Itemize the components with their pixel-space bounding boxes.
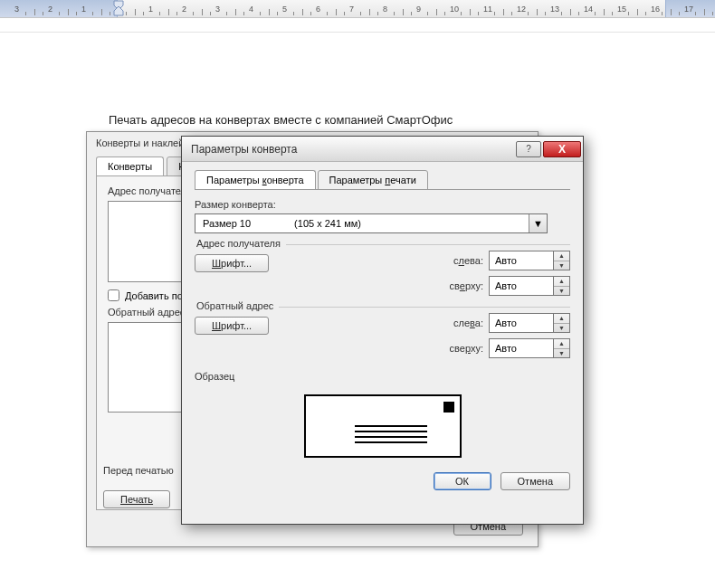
ruler-number: 9: [416, 5, 421, 14]
ruler-number: 10: [450, 5, 459, 14]
return-font-button[interactable]: Шрифт...: [195, 317, 269, 335]
spinner-up-icon[interactable]: ▲: [554, 339, 569, 349]
ruler-number: 1: [81, 5, 86, 14]
cancel-button[interactable]: Отмена: [500, 472, 570, 490]
spinner-down-icon[interactable]: ▼: [554, 349, 569, 358]
ruler-number: 16: [651, 5, 660, 14]
spinner-down-icon[interactable]: ▼: [554, 324, 569, 333]
ruler-number: 12: [517, 5, 526, 14]
return-top-spinner[interactable]: Авто ▲▼: [489, 338, 570, 358]
ruler-number: 2: [182, 5, 186, 14]
spinner-down-icon[interactable]: ▼: [554, 261, 569, 270]
print-button-label: Печать: [120, 494, 153, 505]
return-left-spinner[interactable]: Авто ▲▼: [489, 313, 570, 333]
ruler-number: 6: [316, 5, 320, 14]
tab-envelopes[interactable]: Конверты: [96, 156, 164, 176]
envelope-size-dim: (105 х 241 мм): [258, 218, 529, 229]
stamp-icon: [443, 402, 454, 413]
return-group-label: Обратный адрес: [195, 300, 279, 311]
ruler-number: 8: [383, 5, 387, 14]
recipient-font-button[interactable]: Шрифт...: [195, 254, 269, 272]
ruler-number: 14: [584, 5, 593, 14]
envelope-size-label: Размер конверта:: [195, 199, 570, 210]
ruler-number: 7: [349, 5, 354, 14]
dropdown-arrow-icon: ▼: [529, 214, 547, 232]
document-strip: [0, 18, 715, 33]
add-postage-checkbox[interactable]: [108, 289, 119, 301]
recipient-top-value: Авто: [489, 276, 554, 296]
address-lines-icon: [355, 425, 427, 447]
titlebar[interactable]: Параметры конверта ? X: [182, 137, 583, 162]
ruler-number: 3: [215, 5, 220, 14]
dialog-title: Параметры конверта: [191, 143, 514, 156]
recipient-group-label: Адрес получателя: [195, 238, 286, 249]
envelope-preview: [304, 394, 462, 458]
envelope-size-select[interactable]: Размер 10 (105 х 241 мм) ▼: [195, 213, 548, 233]
ok-button[interactable]: ОК: [434, 472, 491, 490]
tab-envelope-options[interactable]: Параметры конверта: [195, 170, 316, 190]
ruler-number: 15: [617, 5, 626, 14]
document-heading: Печать адресов на конвертах вместе с ком…: [109, 113, 453, 127]
close-button[interactable]: X: [543, 141, 581, 157]
spinner-up-icon[interactable]: ▲: [554, 314, 569, 324]
recipient-left-spinner[interactable]: Авто ▲▼: [489, 251, 570, 270]
ruler-number: 2: [48, 5, 52, 14]
svg-marker-1: [114, 6, 123, 15]
return-top-value: Авто: [489, 338, 554, 358]
horizontal-ruler[interactable]: // ticks drawn after data load below 321…: [0, 0, 715, 18]
print-button[interactable]: Печать: [103, 490, 170, 508]
ruler-number: 11: [483, 5, 492, 14]
envelope-options-dialog: Параметры конверта ? X Параметры конверт…: [181, 136, 584, 525]
indent-marker[interactable]: [113, 0, 124, 16]
tab-printing-options[interactable]: Параметры печати: [318, 170, 428, 190]
help-button[interactable]: ?: [516, 141, 541, 157]
before-print-label: Перед печатью: [103, 465, 174, 476]
spinner-up-icon[interactable]: ▲: [554, 277, 569, 287]
ruler-number: 13: [550, 5, 559, 14]
ruler-number: 1: [148, 5, 153, 14]
ruler-number: 4: [249, 5, 253, 14]
ruler-number: 17: [684, 5, 693, 14]
ruler-number: 5: [282, 5, 287, 14]
spinner-up-icon[interactable]: ▲: [554, 251, 569, 261]
preview-label: Образец: [195, 371, 570, 382]
recipient-left-value: Авто: [489, 251, 554, 270]
ruler-number: 3: [14, 5, 19, 14]
envelope-size-value: Размер 10: [195, 218, 258, 229]
return-left-value: Авто: [489, 313, 554, 333]
recipient-top-spinner[interactable]: Авто ▲▼: [489, 276, 570, 296]
spinner-down-icon[interactable]: ▼: [554, 287, 569, 296]
